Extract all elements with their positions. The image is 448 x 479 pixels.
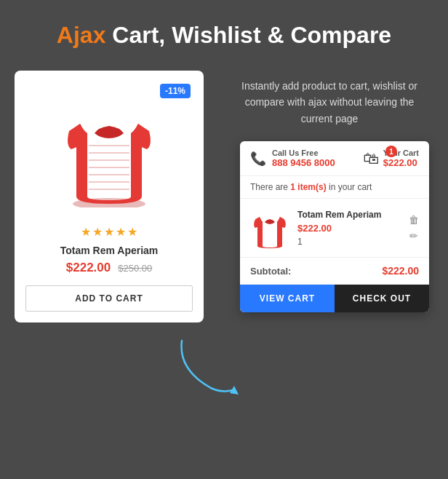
cart-total-header: $222.00 xyxy=(383,157,419,168)
description-text: Instantly add product to cart, wishlist … xyxy=(225,78,433,127)
star-4: ★ xyxy=(116,225,126,239)
curved-arrow xyxy=(175,333,247,399)
product-image-area xyxy=(25,82,193,216)
star-2: ★ xyxy=(92,225,103,239)
call-us-number: 888 9456 8000 xyxy=(272,157,335,168)
subtotal-label: Subtotal: xyxy=(250,266,291,277)
add-to-cart-button[interactable]: ADD TO CART xyxy=(25,285,193,312)
page-header: Ajax Cart, Wishlist & Compare xyxy=(0,0,448,63)
product-image xyxy=(58,91,160,207)
price-current: $222.00 xyxy=(66,261,111,275)
star-3: ★ xyxy=(104,225,114,239)
cart-item-row: Totam Rem Aperiam $222.00 1 🗑 ✏ xyxy=(240,199,429,258)
arrow-decoration xyxy=(175,333,233,392)
cart-header: 📞 Call Us Free 888 9456 8000 1 🛍 Your Ca… xyxy=(240,141,429,176)
star-5: ★ xyxy=(127,225,137,239)
cart-items-info: There are 1 item(s) in your cart xyxy=(240,176,429,199)
checkout-button[interactable]: CHECK OUT xyxy=(335,285,429,312)
cart-item-qty: 1 xyxy=(297,237,401,247)
right-panel: Instantly add product to cart, wishlist … xyxy=(225,71,433,312)
view-cart-button[interactable]: VIEW CART xyxy=(240,285,335,312)
ajax-highlight: Ajax xyxy=(57,22,106,48)
cart-icon-area: 1 🛍 Your Cart $222.00 xyxy=(363,149,419,168)
subtotal-value: $222.00 xyxy=(382,265,419,277)
cart-item-actions: 🗑 ✏ xyxy=(409,214,419,242)
cart-item-image xyxy=(250,206,290,250)
product-stars: ★ ★ ★ ★ ★ xyxy=(25,225,193,239)
title-rest: Cart, Wishlist & Compare xyxy=(105,22,391,48)
delete-icon[interactable]: 🗑 xyxy=(409,214,419,226)
items-info-suffix: in your cart xyxy=(327,182,372,192)
price-old: $250.00 xyxy=(118,263,152,274)
items-info-count: 1 item(s) xyxy=(290,182,326,192)
call-us-section: 📞 Call Us Free 888 9456 8000 xyxy=(250,149,335,168)
cart-item-details: Totam Rem Aperiam $222.00 1 xyxy=(297,210,401,247)
cart-subtotal: Subtotal: $222.00 xyxy=(240,258,429,285)
cart-action-buttons: VIEW CART CHECK OUT xyxy=(240,285,429,312)
main-content: -11% xyxy=(0,63,448,330)
phone-icon: 📞 xyxy=(250,151,266,167)
product-card: -11% xyxy=(15,71,204,322)
product-prices: $222.00 $250.00 xyxy=(25,261,193,275)
call-us-label: Call Us Free xyxy=(272,149,335,157)
discount-badge: -11% xyxy=(160,84,191,98)
call-us-info: Call Us Free 888 9456 8000 xyxy=(272,149,335,168)
page-title: Ajax Cart, Wishlist & Compare xyxy=(15,22,433,49)
items-info-prefix: There are xyxy=(250,182,290,192)
cart-item-price: $222.00 xyxy=(297,223,401,234)
cart-item-name: Totam Rem Aperiam xyxy=(297,210,401,220)
edit-icon[interactable]: ✏ xyxy=(409,230,418,242)
cart-popup: 📞 Call Us Free 888 9456 8000 1 🛍 Your Ca… xyxy=(240,141,429,312)
cart-bag-icon: 🛍 xyxy=(363,149,379,168)
star-1: ★ xyxy=(81,225,91,239)
product-name: Totam Rem Aperiam xyxy=(25,245,193,256)
cart-item-sweater xyxy=(250,206,290,250)
